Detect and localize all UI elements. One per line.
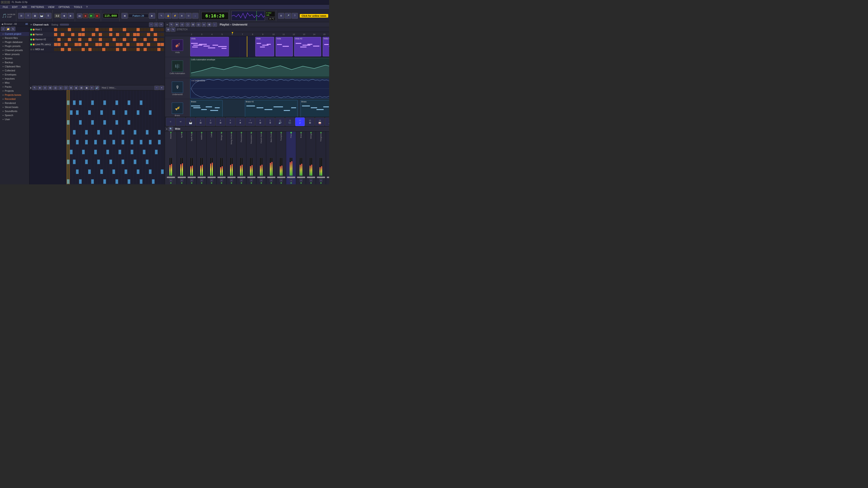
step-cell[interactable] [82, 28, 85, 31]
pl-btn-8[interactable]: ⊠ [207, 22, 212, 27]
step-cell[interactable] [78, 28, 81, 31]
ch-knob-13[interactable] [297, 177, 305, 178]
step-cell[interactable] [136, 48, 140, 51]
be-btn-8[interactable]: ⊛ [69, 86, 73, 90]
step-cell[interactable] [78, 33, 81, 36]
step-cell[interactable] [82, 43, 85, 46]
step-cell[interactable] [71, 33, 74, 36]
pattern-btn-11[interactable]: 11 🎼 [285, 118, 295, 126]
step-cell[interactable] [102, 38, 105, 41]
ch-knob-9[interactable] [257, 177, 266, 178]
pattern-btn-2[interactable]: 2 ⊞ [196, 118, 205, 126]
mixer-ch-string-section[interactable]: String Section ◇ [226, 131, 237, 184]
step-cell[interactable] [116, 38, 119, 41]
step-cell[interactable] [74, 43, 78, 46]
step-cell[interactable] [119, 43, 123, 46]
step-cell[interactable] [130, 43, 133, 46]
step-cell[interactable] [161, 28, 164, 31]
sidebar-item-soundfonts[interactable]: ▸ Soundfonts [0, 109, 29, 113]
step-cell[interactable] [105, 43, 109, 46]
mixer-ch-percussion-2[interactable]: Percussion 2 ◇ [246, 131, 256, 184]
step-cell[interactable] [64, 43, 68, 46]
sidebar-item-current-project[interactable]: ▸ Current project [0, 32, 29, 36]
ch-pan-8[interactable]: ◇ [250, 179, 253, 182]
step-cell[interactable] [157, 28, 160, 31]
ch-knob-0[interactable] [167, 177, 175, 178]
step-cell[interactable] [68, 43, 71, 46]
underworld-clips-svg[interactable]: ⟶ Underworld // waveform lines [190, 78, 329, 99]
menu-help[interactable]: ? [84, 5, 89, 9]
cr-max-btn[interactable]: □ [154, 22, 158, 27]
step-cell[interactable] [102, 43, 105, 46]
ch-knob-2[interactable] [188, 177, 196, 178]
sidebar-item-recent-files[interactable]: ▸ Recent files [0, 36, 29, 40]
pattern-btn-8[interactable]: 8 ⊕ [255, 118, 265, 126]
step-cell[interactable] [157, 38, 160, 41]
step-cell[interactable] [99, 33, 102, 36]
mx-zoom-btn[interactable]: 🔍 [168, 127, 173, 131]
ch-pan-15[interactable]: ◇ [319, 179, 322, 182]
step-cell[interactable] [147, 33, 150, 36]
stop-btn[interactable]: ■ [83, 13, 88, 18]
cr-close-btn[interactable]: − [149, 22, 153, 27]
mixer-ch-brass[interactable]: Brass ◇ [296, 131, 306, 184]
sidebar-item-collected[interactable]: ▸ Collected [0, 68, 29, 72]
ch-knob-3[interactable] [197, 177, 206, 178]
ch-knob-5[interactable] [217, 177, 225, 178]
tempo-display[interactable]: 115.000 [103, 13, 119, 18]
step-cell[interactable] [147, 28, 150, 31]
pattern-btn-13[interactable]: 13 ⊠ [305, 118, 315, 126]
step-cell[interactable] [85, 43, 88, 46]
step-cell[interactable] [119, 28, 123, 31]
step-cell[interactable] [57, 28, 61, 31]
step-cell[interactable] [57, 43, 61, 46]
ch-knob-6[interactable] [227, 177, 236, 178]
mixer-ch-french-horn[interactable]: French Horn ◇ [256, 131, 266, 184]
be-btn-5[interactable]: ◎ [53, 86, 58, 90]
step-cell[interactable] [74, 48, 78, 51]
step-cell[interactable] [140, 28, 143, 31]
step-cell[interactable] [123, 28, 126, 31]
step-cell[interactable] [116, 28, 119, 31]
step-cell[interactable] [147, 38, 150, 41]
be-btn-7[interactable]: ⬡ [64, 86, 68, 90]
sidebar-item-rendered[interactable]: ▸ Rendered [0, 101, 29, 105]
step-cell[interactable] [74, 38, 78, 41]
be-btn-9[interactable]: ◈ [74, 86, 79, 90]
sidebar-item-mixer-presets[interactable]: ▸ Mixer presets [0, 52, 29, 56]
pattern-btn-12[interactable]: 12 ♪ [295, 118, 305, 126]
ch-pan-2[interactable]: ◇ [190, 179, 193, 182]
step-cell[interactable] [95, 48, 98, 51]
cello-clips-svg[interactable]: Cello Automation envelope [190, 57, 329, 78]
step-cell[interactable] [144, 28, 147, 31]
step-cell[interactable] [126, 28, 129, 31]
ch-pan-5[interactable]: ◇ [220, 179, 223, 182]
ch-knob-10[interactable] [267, 177, 275, 178]
pattern-btn-7[interactable]: 7 ⟶ [246, 118, 255, 126]
ch-knob-16[interactable] [327, 177, 329, 178]
pl-btn-9[interactable]: ↓ [213, 22, 217, 27]
step-cell[interactable] [99, 38, 102, 41]
mixer-ch-strings-2[interactable]: Strings 2 ◇ [217, 131, 226, 184]
step-cell[interactable] [116, 33, 119, 36]
pattern-next-btn[interactable]: ▶ [149, 13, 155, 19]
step-cell[interactable] [85, 28, 88, 31]
step-cell[interactable] [105, 28, 109, 31]
pl-btn-4[interactable]: ⬡ [185, 22, 190, 27]
menu-tools[interactable]: TOOLS [72, 5, 84, 9]
tool-btn-6[interactable]: ↓ [192, 13, 198, 19]
tool-btn-4[interactable]: ⊕ [179, 13, 185, 19]
step-cell[interactable] [95, 38, 98, 41]
step-cell[interactable] [105, 48, 109, 51]
step-cell[interactable] [92, 48, 95, 51]
be-btn-6[interactable]: ⧇ [58, 86, 63, 90]
step-cell[interactable] [57, 38, 61, 41]
pl-ctrl-1[interactable]: ⊞ [166, 27, 170, 32]
mixer-btn[interactable]: 🎚 [45, 13, 52, 19]
step-cell[interactable] [136, 33, 140, 36]
mixer-ch-percussion[interactable]: Percussion ◇ [237, 131, 246, 184]
sidebar-item-projects-bones[interactable]: ▸ Projects bones [0, 93, 29, 97]
step-cell[interactable] [74, 28, 78, 31]
step-cell[interactable] [150, 38, 153, 41]
ch-pan-10[interactable]: ◇ [270, 179, 273, 182]
